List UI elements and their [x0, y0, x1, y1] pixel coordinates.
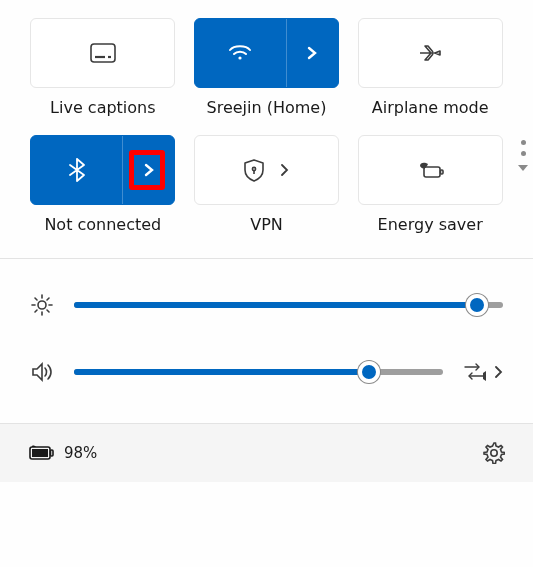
battery-icon — [28, 444, 54, 462]
dot-icon — [521, 151, 526, 156]
svg-rect-6 — [424, 167, 440, 177]
battery-status[interactable]: 98% — [28, 444, 97, 462]
bluetooth-label: Not connected — [44, 215, 161, 234]
dot-icon — [521, 140, 526, 145]
battery-percent: 98% — [64, 444, 97, 462]
live-captions-label: Live captions — [50, 98, 156, 117]
bluetooth-expand-button[interactable] — [122, 136, 174, 204]
svg-point-3 — [239, 56, 242, 59]
svg-point-9 — [38, 301, 46, 309]
wifi-icon — [228, 43, 252, 63]
svg-line-15 — [47, 310, 49, 312]
wifi-label: Sreejin (Home) — [207, 98, 327, 117]
gear-icon — [483, 442, 505, 464]
slider-thumb[interactable] — [466, 294, 488, 316]
captions-icon — [90, 43, 116, 63]
airplane-mode-label: Airplane mode — [372, 98, 489, 117]
airplane-icon — [417, 42, 443, 64]
svg-marker-8 — [518, 165, 528, 171]
vpn-label: VPN — [250, 215, 283, 234]
svg-line-14 — [35, 298, 37, 300]
svg-point-4 — [253, 167, 256, 170]
svg-line-16 — [35, 310, 37, 312]
svg-rect-21 — [51, 450, 54, 456]
footer: 98% — [0, 423, 533, 482]
settings-button[interactable] — [483, 442, 505, 464]
energy-saver-tile[interactable] — [358, 135, 503, 205]
bluetooth-tile[interactable] — [30, 135, 175, 205]
wifi-tile[interactable] — [194, 18, 339, 88]
bluetooth-toggle-area[interactable] — [31, 136, 122, 204]
leaf-battery-icon — [416, 160, 444, 180]
wifi-toggle-area[interactable] — [195, 19, 286, 87]
live-captions-tile[interactable] — [30, 18, 175, 88]
vpn-tile[interactable] — [194, 135, 339, 205]
page-indicator[interactable] — [517, 140, 529, 174]
slider-thumb[interactable] — [358, 361, 380, 383]
chevron-down-icon — [517, 162, 529, 174]
svg-rect-22 — [32, 449, 48, 457]
svg-line-17 — [47, 298, 49, 300]
airplane-mode-tile[interactable] — [358, 18, 503, 88]
energy-saver-label: Energy saver — [378, 215, 483, 234]
quick-settings-tiles: Live captions — [0, 0, 533, 258]
chevron-right-icon — [305, 46, 319, 60]
svg-rect-7 — [441, 170, 444, 174]
chevron-right-icon — [142, 163, 156, 177]
volume-slider[interactable] — [74, 369, 443, 375]
audio-output-icon[interactable] — [463, 362, 487, 382]
bluetooth-icon — [69, 158, 85, 182]
wifi-expand-button[interactable] — [286, 19, 338, 87]
sliders-area — [0, 259, 533, 423]
shield-lock-icon — [243, 158, 265, 182]
svg-rect-0 — [91, 44, 115, 62]
brightness-slider[interactable] — [74, 302, 503, 308]
svg-point-23 — [491, 450, 497, 456]
chevron-right-icon[interactable] — [493, 366, 503, 378]
chevron-right-icon — [279, 164, 289, 176]
volume-icon — [30, 361, 54, 383]
brightness-icon — [30, 293, 54, 317]
